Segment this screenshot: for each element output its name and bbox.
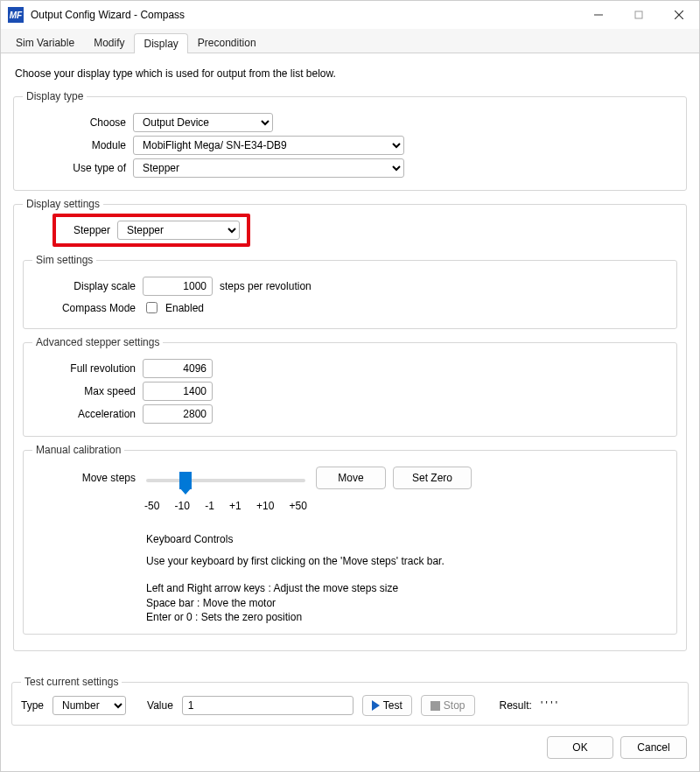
test-settings-legend: Test current settings [21, 676, 122, 688]
set-zero-button[interactable]: Set Zero [393, 467, 472, 489]
compass-mode-label: Compass Mode [32, 302, 136, 314]
tick: +10 [256, 500, 274, 512]
test-type-label: Type [21, 699, 44, 712]
move-steps-label: Move steps [32, 467, 136, 484]
display-scale-unit: steps per revolution [220, 280, 312, 292]
choose-select[interactable]: Output Device [133, 113, 273, 132]
stepper-label: Stepper [60, 224, 110, 236]
svg-rect-1 [635, 11, 642, 18]
sim-settings-legend: Sim settings [32, 254, 96, 266]
full-revolution-input[interactable] [143, 359, 213, 378]
stepper-highlight: Stepper Stepper [52, 214, 250, 247]
window-root: MF Output Config Wizard - Compass Sim Va… [0, 0, 700, 772]
move-steps-slider[interactable] [143, 470, 309, 493]
advanced-stepper-legend: Advanced stepper settings [32, 336, 163, 348]
keyboard-controls-text: Use your keyboard by first clicking on t… [146, 554, 470, 569]
usetype-label: Use type of [23, 162, 126, 174]
result-value: ' ' ' ' [541, 699, 557, 712]
display-type-legend: Display type [23, 90, 87, 102]
acceleration-input[interactable] [143, 404, 213, 424]
ok-button[interactable]: OK [547, 736, 613, 759]
display-settings-legend: Display settings [23, 198, 103, 210]
advanced-stepper-group: Advanced stepper settings Full revolutio… [23, 336, 677, 437]
display-settings-group: Display settings Stepper Stepper Sim set… [13, 198, 687, 651]
slider-ticks: -50 -10 -1 +1 +10 +50 [143, 500, 309, 512]
test-type-select[interactable]: Number [52, 696, 126, 715]
kb-line: Space bar : Move the motor [146, 596, 668, 611]
module-label: Module [23, 139, 126, 151]
kb-line: Enter or 0 : Sets the zero position [146, 610, 668, 625]
tab-precondition[interactable]: Precondition [188, 32, 266, 53]
display-type-group: Display type Choose Output Device Module… [13, 90, 687, 191]
acceleration-label: Acceleration [32, 408, 136, 420]
tick: +50 [290, 500, 307, 512]
max-speed-input[interactable] [143, 382, 213, 401]
full-revolution-label: Full revolution [32, 362, 136, 375]
tick: -50 [144, 500, 159, 512]
play-icon [372, 700, 380, 711]
minimize-icon [594, 11, 603, 19]
manual-calibration-legend: Manual calibration [32, 444, 124, 456]
test-value-input[interactable] [182, 696, 354, 715]
test-button-label: Test [383, 699, 402, 712]
content-area: Choose your display type which is used f… [1, 53, 699, 670]
module-select[interactable]: MobiFlight Mega/ SN-E34-DB9 [133, 136, 404, 155]
choose-label: Choose [23, 116, 126, 129]
move-button[interactable]: Move [316, 467, 386, 489]
manual-calibration-group: Manual calibration Move steps -50 -10 -1… [23, 444, 677, 635]
window-controls [578, 1, 699, 29]
sim-settings-group: Sim settings Display scale steps per rev… [23, 254, 677, 329]
slider-rail [146, 479, 305, 482]
intro-text: Choose your display type which is used f… [15, 67, 687, 80]
max-speed-label: Max speed [32, 385, 136, 397]
tab-bar: Sim Variable Modify Display Precondition [1, 29, 699, 53]
cancel-button[interactable]: Cancel [620, 736, 687, 759]
maximize-button[interactable] [619, 1, 659, 29]
stop-button-label: Stop [444, 699, 466, 712]
display-scale-input[interactable] [143, 277, 213, 296]
kb-line: Left and Right arrow keys : Adjust the m… [146, 581, 668, 596]
close-icon [675, 11, 683, 19]
stop-icon [430, 701, 440, 711]
usetype-select[interactable]: Stepper [133, 158, 404, 178]
display-scale-label: Display scale [32, 280, 136, 292]
dialog-footer: OK Cancel [1, 729, 699, 771]
test-settings-group: Test current settings Type Number Value … [11, 676, 689, 726]
result-label: Result: [500, 699, 532, 712]
tab-sim-variable[interactable]: Sim Variable [6, 32, 84, 53]
maximize-icon [634, 11, 643, 19]
stepper-select[interactable]: Stepper [117, 221, 240, 240]
keyboard-controls-lines: Left and Right arrow keys : Adjust the m… [146, 581, 668, 625]
titlebar: MF Output Config Wizard - Compass [1, 1, 699, 29]
tab-display[interactable]: Display [134, 33, 187, 53]
keyboard-controls-heading: Keyboard Controls [146, 533, 668, 545]
window-title: Output Config Wizard - Compass [31, 9, 578, 21]
tab-modify[interactable]: Modify [84, 32, 134, 53]
tick: -10 [175, 500, 190, 512]
stop-button[interactable]: Stop [421, 695, 475, 716]
tick: -1 [205, 500, 214, 512]
tick: +1 [229, 500, 242, 512]
slider-thumb[interactable] [179, 472, 192, 489]
test-button[interactable]: Test [362, 695, 412, 716]
test-value-label: Value [147, 699, 173, 712]
app-icon: MF [8, 7, 24, 23]
compass-enabled-checkbox[interactable] [146, 302, 158, 313]
minimize-button[interactable] [578, 1, 619, 29]
compass-enabled-label: Enabled [165, 302, 204, 314]
close-button[interactable] [659, 1, 699, 29]
